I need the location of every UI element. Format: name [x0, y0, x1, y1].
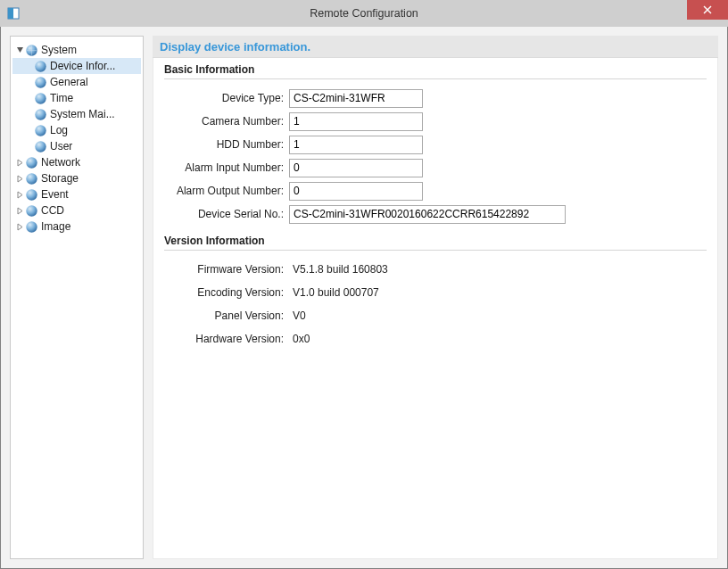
svg-point-11 [35, 141, 46, 152]
section-rule [164, 78, 707, 79]
label: Alarm Input Number: [164, 161, 289, 174]
tree-node-user[interactable]: User [12, 138, 141, 154]
chevron-right-icon[interactable] [14, 159, 25, 167]
label: Device Serial No.: [164, 208, 289, 220]
chevron-down-icon[interactable] [14, 46, 25, 54]
svg-point-8 [35, 93, 46, 103]
tree-node-general[interactable]: General [12, 74, 141, 90]
globe-icon [25, 204, 38, 218]
section-title-basic: Basic Information [164, 60, 707, 78]
globe-icon [34, 60, 47, 73]
tree-node-device-info[interactable]: Device Infor... [12, 58, 141, 74]
row-hdd-number: HDD Number: [164, 133, 707, 156]
close-button[interactable] [687, 0, 728, 20]
row-firmware-version: Firmware Version: V5.1.8 build 160803 [164, 258, 707, 281]
alarm-input-field[interactable] [289, 159, 423, 177]
encoding-version-value: V1.0 build 000707 [289, 286, 379, 299]
tree-label: CCD [41, 204, 64, 217]
tree-node-storage[interactable]: Storage [12, 170, 141, 186]
svg-point-10 [35, 125, 46, 136]
section-rule [164, 250, 707, 251]
chevron-right-icon[interactable] [14, 191, 25, 199]
content-panel: Display device information. Basic Inform… [153, 36, 718, 559]
app-icon [7, 7, 20, 20]
globe-icon [25, 44, 38, 57]
chevron-right-icon[interactable] [14, 207, 25, 215]
row-serial: Device Serial No.: [164, 202, 707, 226]
tree-label: Device Infor... [50, 60, 115, 72]
client-area: System Device Infor... General Time Syst… [1, 27, 727, 568]
tree-node-network[interactable]: Network [12, 154, 141, 170]
hdd-number-field[interactable] [289, 136, 423, 154]
svg-marker-18 [18, 208, 22, 214]
row-alarm-output: Alarm Output Number: [164, 179, 707, 202]
panel-version-value: V0 [289, 309, 306, 322]
chevron-right-icon[interactable] [14, 175, 25, 183]
section-title-version: Version Information [164, 231, 707, 250]
chevron-right-icon[interactable] [14, 223, 25, 231]
globe-icon [34, 92, 47, 105]
remote-configuration-window: Remote Configuration System [0, 0, 728, 569]
row-encoding-version: Encoding Version: V1.0 build 000707 [164, 281, 707, 304]
row-hardware-version: Hardware Version: 0x0 [164, 327, 707, 350]
row-camera-number: Camera Number: [164, 110, 707, 133]
page-header: Display device information. [153, 36, 718, 58]
label: Encoding Version: [164, 286, 289, 299]
globe-icon [34, 76, 47, 89]
globe-icon [25, 188, 38, 202]
svg-rect-1 [8, 8, 13, 19]
tree-label: Image [41, 220, 70, 233]
row-panel-version: Panel Version: V0 [164, 304, 707, 327]
globe-icon [34, 108, 47, 121]
label: HDD Number: [164, 138, 289, 151]
tree-label: System [41, 44, 77, 56]
titlebar: Remote Configuration [0, 0, 728, 27]
tree-node-log[interactable]: Log [12, 122, 141, 138]
tree-label: Time [50, 92, 73, 104]
tree-label: System Mai... [50, 108, 115, 120]
tree-node-system-maint[interactable]: System Mai... [12, 106, 141, 122]
camera-number-field[interactable] [289, 112, 423, 131]
svg-point-17 [26, 189, 37, 200]
svg-point-15 [26, 173, 37, 184]
svg-point-13 [26, 157, 37, 168]
label: Alarm Output Number: [164, 185, 289, 197]
svg-marker-12 [18, 160, 22, 166]
globe-icon [25, 220, 38, 234]
svg-point-21 [26, 221, 37, 232]
svg-point-7 [35, 77, 46, 87]
globe-icon [25, 156, 38, 169]
tree-node-image[interactable]: Image [12, 219, 141, 235]
row-device-type: Device Type: [164, 87, 707, 110]
tree-label: Log [50, 124, 68, 136]
label: Panel Version: [164, 309, 289, 322]
nav-tree: System Device Infor... General Time Syst… [10, 36, 144, 559]
tree-label: Event [41, 188, 69, 201]
tree-node-event[interactable]: Event [12, 186, 141, 202]
globe-icon [34, 124, 47, 137]
svg-marker-4 [17, 47, 23, 53]
device-type-field[interactable] [289, 89, 423, 108]
svg-marker-20 [18, 224, 22, 230]
svg-marker-14 [18, 176, 22, 182]
label: Hardware Version: [164, 333, 289, 345]
firmware-version-value: V5.1.8 build 160803 [289, 263, 388, 276]
window-title: Remote Configuration [0, 7, 728, 20]
row-alarm-input: Alarm Input Number: [164, 156, 707, 179]
tree-label: Storage [41, 172, 79, 185]
tree-node-system[interactable]: System [12, 42, 141, 58]
label: Camera Number: [164, 115, 289, 128]
device-serial-field[interactable] [289, 205, 566, 224]
label: Device Type: [164, 92, 289, 104]
alarm-output-field[interactable] [289, 182, 423, 201]
tree-label: Network [41, 156, 80, 169]
globe-icon [25, 172, 38, 186]
svg-point-9 [35, 109, 46, 120]
tree-node-time[interactable]: Time [12, 90, 141, 106]
svg-point-6 [35, 61, 46, 71]
label: Firmware Version: [164, 263, 289, 276]
tree-node-ccd[interactable]: CCD [12, 202, 141, 219]
svg-point-19 [26, 205, 37, 216]
tree-label: User [50, 140, 72, 153]
hardware-version-value: 0x0 [289, 333, 310, 345]
